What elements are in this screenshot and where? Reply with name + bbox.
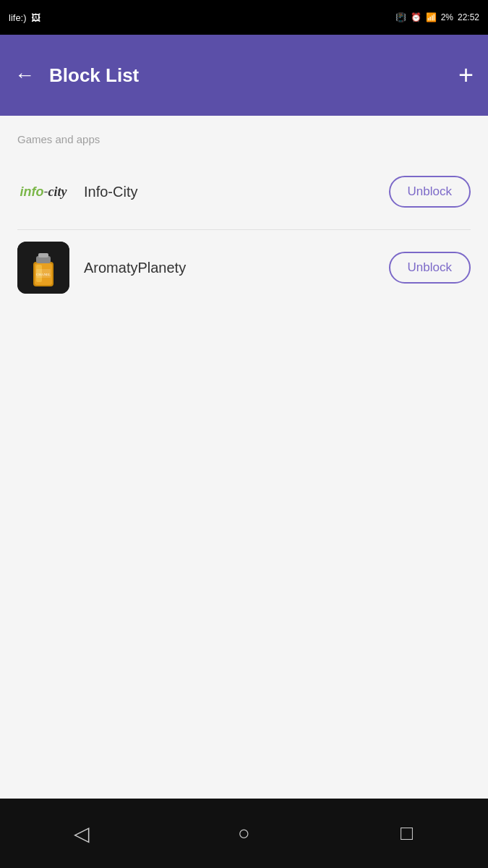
info-city-icon: info - city	[17, 166, 69, 218]
svg-text:CHANEL: CHANEL	[36, 273, 51, 276]
section-header: Games and apps	[0, 116, 488, 154]
signal-icon: 📶	[426, 12, 437, 22]
svg-rect-5	[38, 253, 48, 258]
vibrate-icon: 📳	[395, 12, 406, 22]
bottom-navigation: ◁ ○ □	[0, 799, 488, 868]
time-text: 22:52	[458, 12, 479, 22]
unblock-button-infocity[interactable]: Unblock	[389, 176, 471, 208]
infocity-logo: info - city	[20, 184, 67, 200]
back-button[interactable]: ←	[14, 65, 35, 85]
recent-nav-button[interactable]: □	[384, 810, 430, 856]
unblock-button-aromaty[interactable]: Unblock	[389, 252, 471, 284]
back-nav-button[interactable]: ◁	[59, 810, 105, 856]
content-area: Games and apps info - city Info-City Unb…	[0, 116, 488, 799]
photo-icon: 🖼	[31, 12, 40, 23]
battery-text: 2%	[441, 12, 453, 22]
alarm-icon: ⏰	[411, 12, 421, 22]
recent-nav-icon: □	[401, 822, 413, 845]
infocity-info-text: info	[20, 184, 44, 200]
home-nav-button[interactable]: ○	[221, 810, 267, 856]
status-bar-right: 📳 ⏰ 📶 2% 22:52	[395, 12, 479, 22]
back-nav-icon: ◁	[74, 822, 90, 846]
list-item: CHANEL AromatyPlanety Unblock	[0, 230, 488, 305]
infocity-city-text: city	[48, 184, 67, 200]
app-name-infocity: Info-City	[84, 184, 389, 200]
list-item: info - city Info-City Unblock	[0, 154, 488, 229]
page-title: Block List	[49, 64, 458, 87]
carrier-text: life:)	[9, 12, 27, 23]
status-bar-left: life:) 🖼	[9, 12, 40, 23]
home-nav-icon: ○	[238, 822, 250, 845]
app-name-aromaty: AromatyPlanety	[84, 260, 389, 276]
aromaty-icon: CHANEL	[17, 242, 69, 294]
add-button[interactable]: +	[458, 62, 474, 88]
status-bar: life:) 🖼 📳 ⏰ 📶 2% 22:52	[0, 0, 488, 35]
app-bar: ← Block List +	[0, 35, 488, 116]
